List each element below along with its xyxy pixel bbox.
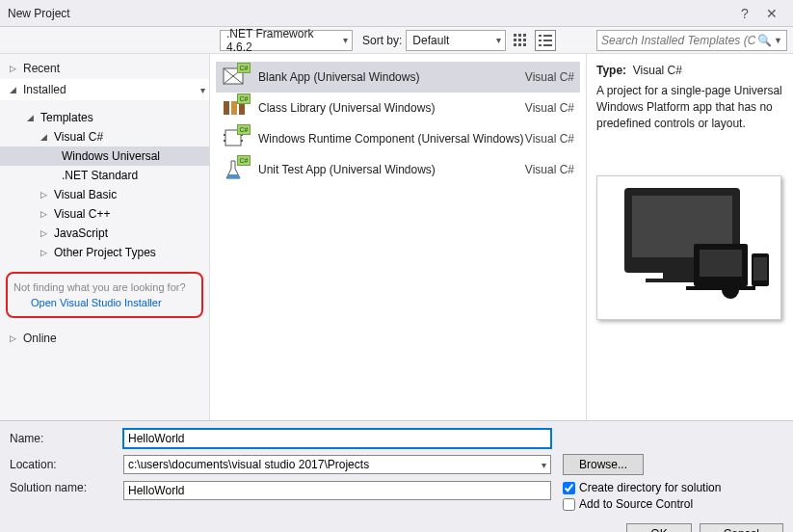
close-button[interactable]: ✕ <box>758 6 785 21</box>
svg-rect-37 <box>736 286 742 290</box>
tree-installed[interactable]: ◢Installed <box>0 79 209 100</box>
preview-image <box>596 175 781 320</box>
sortby-select[interactable]: Default <box>406 30 506 51</box>
source-control-label: Add to Source Control <box>579 497 693 511</box>
solution-label: Solution name: <box>10 481 123 494</box>
search-icon[interactable]: 🔍 <box>757 34 772 47</box>
runtime-component-icon: C# <box>222 126 249 151</box>
tree-other-types[interactable]: ▷Other Project Types <box>0 243 209 262</box>
svg-rect-8 <box>523 43 526 46</box>
tree-visual-cpp[interactable]: ▷Visual C++ <box>0 204 209 224</box>
ok-button[interactable]: OK <box>626 523 691 532</box>
svg-rect-5 <box>523 39 526 41</box>
tiles-icon <box>514 34 527 47</box>
create-directory-checkbox[interactable] <box>563 482 575 494</box>
help-button[interactable]: ? <box>731 6 758 21</box>
framework-select[interactable]: .NET Framework 4.6.2 <box>220 30 353 51</box>
svg-rect-31 <box>700 250 742 277</box>
svg-rect-14 <box>543 44 552 46</box>
cancel-button[interactable]: Cancel <box>700 523 783 532</box>
svg-rect-6 <box>514 43 516 46</box>
create-directory-label: Create directory for solution <box>579 481 721 494</box>
svg-rect-13 <box>539 44 542 46</box>
view-list-button[interactable] <box>535 30 556 51</box>
browse-button[interactable]: Browse... <box>563 454 644 475</box>
list-icon <box>539 34 552 47</box>
name-label: Name: <box>10 432 123 445</box>
template-blank-app[interactable]: C# Blank App (Universal Windows) Visual … <box>216 62 580 93</box>
template-list: C# Blank App (Universal Windows) Visual … <box>210 54 586 420</box>
tree-javascript[interactable]: ▷JavaScript <box>0 224 209 243</box>
tree-templates[interactable]: ◢Templates <box>0 108 209 127</box>
svg-rect-1 <box>518 34 521 37</box>
search-input[interactable] <box>601 34 755 47</box>
svg-rect-25 <box>241 140 243 142</box>
svg-rect-18 <box>224 101 229 115</box>
tree-visual-csharp[interactable]: ◢Visual C# <box>0 127 209 146</box>
tree-visual-basic[interactable]: ▷Visual Basic <box>0 185 209 204</box>
source-control-checkbox[interactable] <box>563 498 575 511</box>
installer-hint-box: Not finding what you are looking for? Op… <box>6 272 203 318</box>
svg-rect-36 <box>719 286 725 290</box>
svg-rect-4 <box>518 39 521 41</box>
svg-rect-9 <box>539 35 542 37</box>
open-installer-link[interactable]: Open Visual Studio Installer <box>13 297 196 308</box>
search-box[interactable]: 🔍 ▼ <box>596 30 787 51</box>
svg-rect-22 <box>224 134 225 136</box>
titlebar: New Project ? ✕ <box>0 0 793 27</box>
class-library-icon: C# <box>222 95 249 120</box>
search-dropdown-icon[interactable]: ▼ <box>774 36 782 45</box>
svg-rect-12 <box>543 40 552 41</box>
tree-recent[interactable]: ▷Recent <box>0 58 209 79</box>
view-tiles-button[interactable] <box>510 30 531 51</box>
tree-net-standard[interactable]: .NET Standard <box>0 166 209 185</box>
installer-hint-text: Not finding what you are looking for? <box>13 281 196 293</box>
detail-description: A project for a single-page Universal Wi… <box>596 83 783 131</box>
bottom-form: Name: Location: c:\users\documents\visua… <box>0 420 793 532</box>
toolbar: .NET Framework 4.6.2 Sort by: Default 🔍 … <box>0 27 793 54</box>
template-runtime-component[interactable]: C# Windows Runtime Component (Universal … <box>216 123 580 154</box>
blank-app-icon: C# <box>222 65 249 90</box>
tree-online[interactable]: ▷Online <box>0 328 209 349</box>
svg-rect-7 <box>518 43 521 46</box>
sortby-label: Sort by: <box>362 34 402 47</box>
svg-rect-10 <box>543 35 552 37</box>
window-title: New Project <box>8 7 731 20</box>
detail-panel: Type: Visual C# A project for a single-p… <box>586 54 793 420</box>
tree-windows-universal[interactable]: Windows Universal <box>0 146 209 166</box>
detail-type: Type: Visual C# <box>596 64 783 77</box>
svg-rect-3 <box>514 39 516 41</box>
template-unit-test[interactable]: C# Unit Test App (Universal Windows) Vis… <box>216 154 580 185</box>
svg-rect-34 <box>753 257 767 280</box>
location-combo[interactable]: c:\users\documents\visual studio 2017\Pr… <box>123 455 551 474</box>
sidebar: ▷Recent ◢Installed ◢Templates ◢Visual C#… <box>0 54 210 420</box>
svg-rect-11 <box>539 40 542 41</box>
unit-test-icon: C# <box>222 157 249 182</box>
location-label: Location: <box>10 458 123 471</box>
solution-input[interactable] <box>123 481 551 500</box>
template-class-library[interactable]: C# Class Library (Universal Windows) Vis… <box>216 93 580 123</box>
svg-rect-0 <box>514 34 516 37</box>
name-input[interactable] <box>123 429 551 448</box>
svg-rect-23 <box>224 140 225 142</box>
svg-rect-2 <box>523 34 526 37</box>
